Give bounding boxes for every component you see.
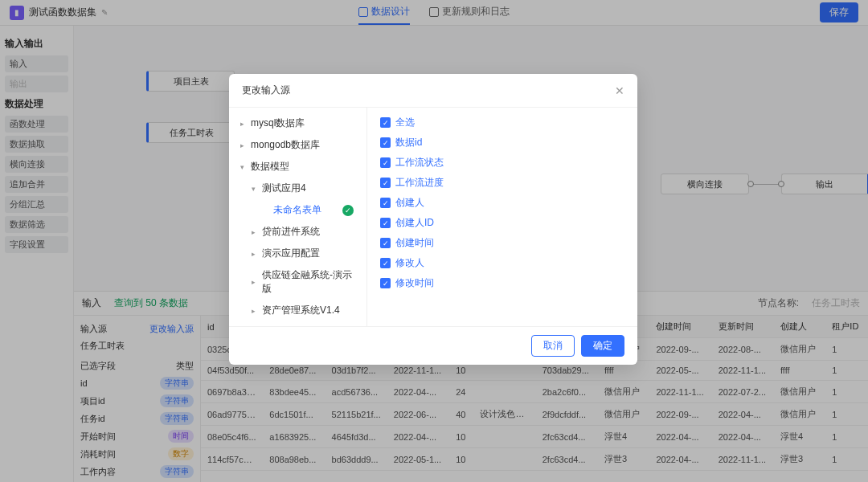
tree-item[interactable]: ▸资产管理系统V1.4 <box>229 300 366 321</box>
tree-item-label: mysql数据库 <box>251 116 305 130</box>
checkbox-item[interactable]: ✓创建时间 <box>380 233 624 253</box>
checkbox-item[interactable]: ✓修改人 <box>380 253 624 273</box>
checkbox-label: 创建人 <box>395 196 424 210</box>
source-tree: ▸mysql数据库▸mongodb数据库▾数据模型▾测试应用4未命名表单✓▸贷前… <box>229 108 367 326</box>
checkbox-icon: ✓ <box>380 117 391 128</box>
field-checklist: ✓全选✓数据id✓工作流状态✓工作流进度✓创建人✓创建人ID✓创建时间✓修改人✓… <box>367 108 637 326</box>
checkbox-label: 创建时间 <box>395 236 434 250</box>
chevron-icon: ▾ <box>240 163 247 171</box>
tree-item-label: 测试应用4 <box>262 182 306 195</box>
checkbox-label: 数据id <box>395 136 422 149</box>
checkbox-label: 全选 <box>395 116 415 129</box>
modal-footer: 取消 确定 <box>229 326 637 365</box>
checkbox-icon: ✓ <box>380 157 391 168</box>
chevron-icon: ▸ <box>252 250 258 258</box>
checkbox-item[interactable]: ✓修改时间 <box>380 273 624 293</box>
tree-item-label: mongodb数据库 <box>251 138 320 152</box>
checkbox-icon: ✓ <box>380 218 391 228</box>
check-badge-icon: ✓ <box>342 205 354 216</box>
chevron-icon: ▸ <box>252 278 258 286</box>
checkbox-item[interactable]: ✓工作流状态 <box>380 153 624 173</box>
chevron-icon: ▸ <box>240 120 247 128</box>
tree-item-label: 贷前进件系统 <box>262 225 320 239</box>
chevron-icon: ▸ <box>252 228 258 236</box>
checkbox-icon: ✓ <box>380 178 391 188</box>
checkbox-label: 工作流进度 <box>395 176 444 190</box>
cancel-button[interactable]: 取消 <box>531 335 575 357</box>
tree-item-label: 数据模型 <box>251 160 289 174</box>
tree-item[interactable]: ▾数据模型 <box>229 156 366 178</box>
change-input-source-modal: 更改输入源 ✕ ▸mysql数据库▸mongodb数据库▾数据模型▾测试应用4未… <box>229 74 637 365</box>
tree-item-label: 供应链金融系统-演示版 <box>262 268 360 296</box>
checkbox-item[interactable]: ✓数据id <box>380 133 624 153</box>
checkbox-item[interactable]: ✓工作流进度 <box>380 173 624 193</box>
tree-item[interactable]: 未命名表单✓ <box>229 199 366 221</box>
checkbox-item[interactable]: ✓创建人ID <box>380 213 624 233</box>
chevron-icon: ▸ <box>240 141 247 149</box>
tree-item[interactable]: ▾测试应用4 <box>229 178 366 199</box>
modal-header: 更改输入源 ✕ <box>229 74 637 108</box>
chevron-icon: ▾ <box>252 185 258 193</box>
close-icon[interactable]: ✕ <box>615 84 624 97</box>
checkbox-icon: ✓ <box>380 238 391 248</box>
ok-button[interactable]: 确定 <box>581 335 624 357</box>
tree-item[interactable]: ▸供应链金融系统-演示版 <box>229 264 366 300</box>
checkbox-item[interactable]: ✓全选 <box>380 112 624 133</box>
checkbox-label: 修改人 <box>395 256 424 270</box>
checkbox-icon: ✓ <box>380 258 391 268</box>
tree-item[interactable]: ▸mysql数据库 <box>229 112 366 134</box>
checkbox-item[interactable]: ✓创建人 <box>380 193 624 213</box>
tree-item[interactable]: ▸贷前进件系统 <box>229 221 366 243</box>
tree-item-label: 未命名表单 <box>273 203 321 217</box>
checkbox-icon: ✓ <box>380 198 391 208</box>
tree-item-label: 资产管理系统V1.4 <box>262 304 340 317</box>
checkbox-label: 创建人ID <box>395 216 434 230</box>
tree-item[interactable]: ▸mongodb数据库 <box>229 134 366 156</box>
checkbox-label: 工作流状态 <box>395 156 444 170</box>
tree-item-label: 演示应用配置 <box>262 247 320 260</box>
checkbox-icon: ✓ <box>380 137 391 148</box>
chevron-icon: ▸ <box>252 307 258 315</box>
checkbox-icon: ✓ <box>380 278 391 288</box>
checkbox-label: 修改时间 <box>395 276 434 290</box>
modal-title: 更改输入源 <box>242 84 290 97</box>
tree-item[interactable]: ▸演示应用配置 <box>229 243 366 264</box>
